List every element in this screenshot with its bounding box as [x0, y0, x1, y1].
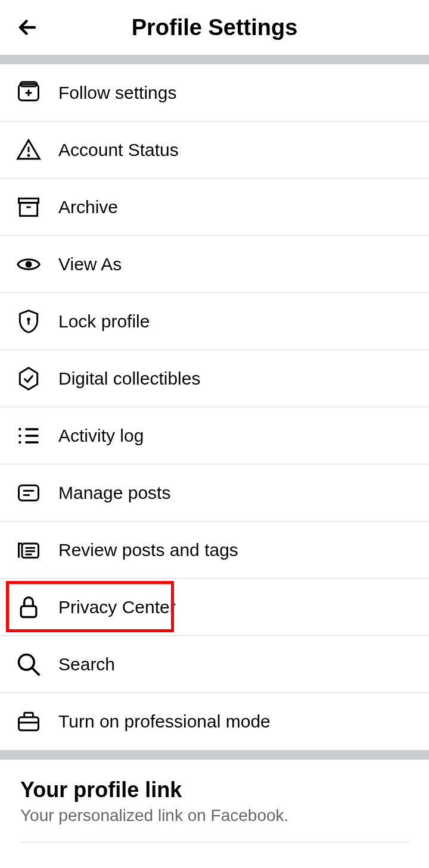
settings-menu: Follow settings Account Status Archive — [0, 64, 429, 750]
svg-point-5 — [28, 155, 29, 156]
menu-item-label: Archive — [58, 197, 118, 217]
search-icon — [14, 650, 43, 679]
stacked-posts-icon — [14, 536, 43, 564]
post-card-icon — [14, 479, 43, 507]
svg-point-12 — [18, 427, 21, 430]
menu-item-account-status[interactable]: Account Status — [0, 121, 429, 179]
menu-item-activity-log[interactable]: Activity log — [0, 407, 429, 464]
svg-point-14 — [18, 434, 21, 436]
svg-line-27 — [32, 667, 40, 675]
svg-point-16 — [18, 441, 21, 443]
list-icon — [14, 421, 43, 450]
menu-item-label: Privacy Center — [58, 597, 176, 617]
section-title: Your profile link — [20, 778, 409, 803]
menu-item-view-as[interactable]: View As — [0, 236, 429, 293]
svg-rect-7 — [20, 202, 37, 216]
menu-item-label: Search — [58, 654, 115, 675]
warning-triangle-icon — [14, 136, 43, 164]
menu-item-label: Lock profile — [58, 311, 150, 332]
svg-point-26 — [19, 654, 35, 670]
section-divider — [20, 842, 409, 842]
menu-item-label: Activity log — [58, 426, 144, 446]
eye-icon — [14, 250, 43, 279]
menu-item-digital-collectibles[interactable]: Digital collectibles — [0, 350, 429, 407]
shield-key-icon — [14, 307, 43, 336]
menu-item-label: View As — [58, 254, 122, 274]
svg-point-9 — [26, 261, 32, 267]
menu-item-label: Manage posts — [58, 483, 170, 503]
divider — [0, 55, 429, 64]
menu-item-professional-mode[interactable]: Turn on professional mode — [0, 693, 429, 750]
menu-item-label: Account Status — [58, 140, 179, 160]
menu-item-archive[interactable]: Archive — [0, 179, 429, 236]
menu-item-review-posts-tags[interactable]: Review posts and tags — [0, 522, 429, 579]
menu-item-lock-profile[interactable]: Lock profile — [0, 293, 429, 350]
briefcase-icon — [14, 707, 43, 736]
section-subtitle: Your personalized link on Facebook. — [20, 806, 409, 825]
menu-item-follow-settings[interactable]: Follow settings — [0, 64, 429, 121]
svg-rect-25 — [21, 606, 36, 617]
svg-rect-18 — [19, 485, 39, 501]
back-button[interactable] — [17, 17, 38, 38]
profile-link-section: Your profile link Your personalized link… — [0, 760, 429, 842]
page-title: Profile Settings — [0, 15, 429, 40]
menu-item-search[interactable]: Search — [0, 636, 429, 693]
divider — [0, 750, 429, 760]
menu-item-manage-posts[interactable]: Manage posts — [0, 464, 429, 522]
menu-item-label: Turn on professional mode — [58, 711, 271, 732]
lock-icon — [14, 593, 43, 622]
menu-item-privacy-center[interactable]: Privacy Center — [0, 579, 429, 636]
menu-item-label: Follow settings — [58, 83, 176, 103]
svg-rect-28 — [19, 717, 39, 730]
follow-plus-icon — [14, 79, 43, 107]
archive-box-icon — [14, 193, 43, 221]
hexagon-check-icon — [14, 364, 43, 393]
menu-item-label: Digital collectibles — [58, 369, 200, 389]
menu-item-label: Review posts and tags — [58, 540, 238, 560]
arrow-left-icon — [17, 17, 38, 38]
header: Profile Settings — [0, 0, 429, 55]
